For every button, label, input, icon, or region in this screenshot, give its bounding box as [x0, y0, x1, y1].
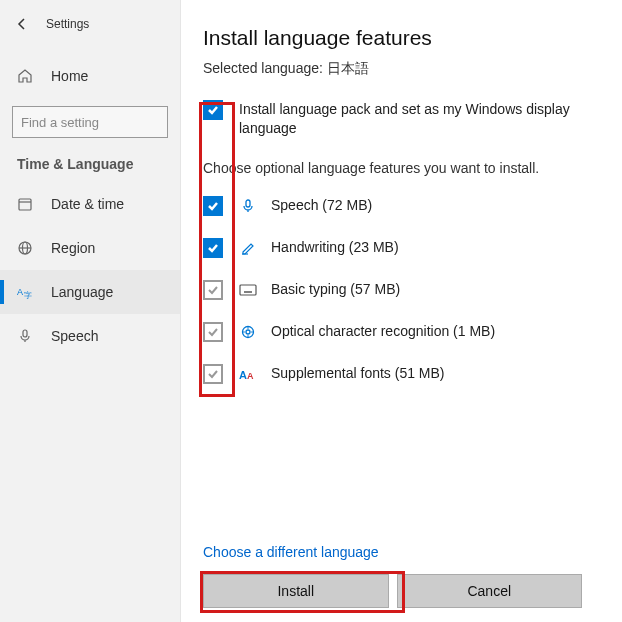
svg-rect-12 — [240, 285, 256, 295]
fonts-icon: AA — [239, 365, 257, 383]
feature-label: Optical character recognition (1 MB) — [271, 322, 495, 341]
cancel-button[interactable]: Cancel — [397, 574, 583, 608]
svg-point-22 — [243, 331, 245, 333]
feature-row-ocr: Optical character recognition (1 MB) — [203, 322, 600, 342]
svg-point-21 — [247, 335, 249, 337]
features-prompt: Choose optional language features you wa… — [203, 160, 600, 176]
feature-label: Basic typing (57 MB) — [271, 280, 400, 299]
feature-row-handwriting: Handwriting (23 MB) — [203, 238, 600, 258]
svg-rect-9 — [23, 330, 27, 337]
checkbox-fonts[interactable] — [203, 364, 223, 384]
feature-label: Supplemental fonts (51 MB) — [271, 364, 445, 383]
primary-option-row: Install language pack and set as my Wind… — [203, 100, 600, 138]
svg-text:字: 字 — [24, 291, 32, 300]
selected-language: 日本語 — [327, 60, 369, 76]
svg-point-23 — [251, 331, 253, 333]
svg-text:A: A — [239, 369, 247, 381]
sidebar-item-speech[interactable]: Speech — [0, 314, 180, 358]
svg-rect-10 — [246, 200, 250, 207]
back-icon[interactable] — [12, 14, 32, 34]
microphone-icon — [17, 328, 33, 344]
search-input[interactable] — [21, 115, 189, 130]
primary-option-label: Install language pack and set as my Wind… — [239, 100, 600, 138]
sidebar-item-region[interactable]: Region — [0, 226, 180, 270]
sidebar-item-label: Language — [51, 284, 113, 300]
sidebar-header: Settings — [0, 0, 180, 48]
page-title: Install language features — [203, 26, 600, 50]
checkbox-handwriting[interactable] — [203, 238, 223, 258]
svg-point-20 — [247, 327, 249, 329]
feature-label: Speech (72 MB) — [271, 196, 372, 215]
feature-label: Handwriting (23 MB) — [271, 238, 399, 257]
keyboard-icon — [239, 281, 257, 299]
footer: Choose a different language Install Canc… — [181, 544, 622, 622]
sidebar-section-title: Time & Language — [0, 138, 180, 182]
checkbox-display-language[interactable] — [203, 100, 223, 120]
svg-text:A: A — [17, 287, 23, 297]
feature-row-fonts: AA Supplemental fonts (51 MB) — [203, 364, 600, 384]
home-icon — [17, 68, 33, 84]
svg-text:A: A — [247, 371, 254, 381]
svg-point-19 — [246, 330, 250, 334]
language-icon: A字 — [17, 284, 33, 300]
sidebar-item-language[interactable]: A字 Language — [0, 270, 180, 314]
sidebar-item-label: Region — [51, 240, 95, 256]
button-row: Install Cancel — [203, 574, 600, 622]
app-title: Settings — [46, 17, 89, 31]
sidebar-home[interactable]: Home — [0, 56, 180, 96]
sidebar-item-date-time[interactable]: Date & time — [0, 182, 180, 226]
globe-icon — [17, 240, 33, 256]
sidebar-item-label: Date & time — [51, 196, 124, 212]
pen-icon — [239, 239, 257, 257]
microphone-icon — [239, 197, 257, 215]
ocr-icon — [239, 323, 257, 341]
sidebar: Settings Home Time & Language Date & tim… — [0, 0, 181, 622]
search-box[interactable] — [12, 106, 168, 138]
feature-row-speech: Speech (72 MB) — [203, 196, 600, 216]
main-panel: Install language features Selected langu… — [181, 0, 622, 622]
home-label: Home — [51, 68, 88, 84]
checkbox-speech[interactable] — [203, 196, 223, 216]
subtitle-prefix: Selected language: — [203, 60, 327, 76]
calendar-clock-icon — [17, 196, 33, 212]
sidebar-item-label: Speech — [51, 328, 98, 344]
choose-different-language-link[interactable]: Choose a different language — [203, 544, 600, 574]
svg-rect-2 — [19, 199, 31, 210]
feature-row-basic-typing: Basic typing (57 MB) — [203, 280, 600, 300]
checkbox-basic-typing[interactable] — [203, 280, 223, 300]
install-button[interactable]: Install — [203, 574, 389, 608]
checkbox-ocr[interactable] — [203, 322, 223, 342]
selected-language-line: Selected language: 日本語 — [203, 60, 600, 78]
